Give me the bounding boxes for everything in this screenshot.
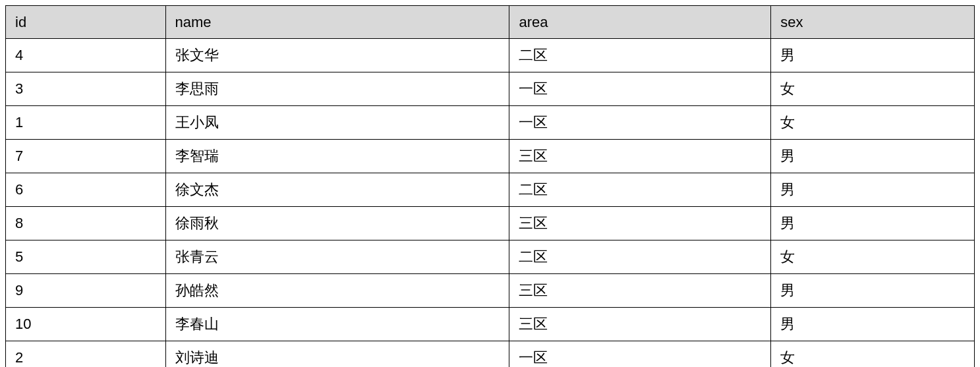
cell-name: 李思雨 bbox=[165, 72, 509, 106]
data-table: id name area sex 4 张文华 二区 男 3 李思雨 一区 女 1… bbox=[5, 5, 975, 367]
cell-sex: 女 bbox=[771, 240, 975, 274]
cell-sex: 男 bbox=[771, 39, 975, 72]
cell-sex: 男 bbox=[771, 308, 975, 341]
table-row: 1 王小凤 一区 女 bbox=[6, 106, 975, 140]
cell-area: 三区 bbox=[509, 207, 771, 240]
cell-name: 徐文杰 bbox=[165, 173, 509, 207]
cell-sex: 女 bbox=[771, 72, 975, 106]
cell-id: 3 bbox=[6, 72, 166, 106]
cell-name: 张文华 bbox=[165, 39, 509, 72]
table-row: 2 刘诗迪 一区 女 bbox=[6, 341, 975, 368]
cell-area: 三区 bbox=[509, 308, 771, 341]
table-row: 4 张文华 二区 男 bbox=[6, 39, 975, 72]
column-header-name: name bbox=[165, 6, 509, 39]
cell-area: 二区 bbox=[509, 173, 771, 207]
table-row: 3 李思雨 一区 女 bbox=[6, 72, 975, 106]
column-header-sex: sex bbox=[771, 6, 975, 39]
cell-sex: 男 bbox=[771, 140, 975, 173]
cell-area: 二区 bbox=[509, 39, 771, 72]
cell-id: 7 bbox=[6, 140, 166, 173]
cell-name: 李智瑞 bbox=[165, 140, 509, 173]
cell-name: 刘诗迪 bbox=[165, 341, 509, 368]
cell-id: 8 bbox=[6, 207, 166, 240]
cell-area: 一区 bbox=[509, 72, 771, 106]
cell-name: 徐雨秋 bbox=[165, 207, 509, 240]
cell-id: 2 bbox=[6, 341, 166, 368]
cell-sex: 男 bbox=[771, 173, 975, 207]
cell-sex: 男 bbox=[771, 274, 975, 308]
cell-id: 4 bbox=[6, 39, 166, 72]
cell-area: 三区 bbox=[509, 274, 771, 308]
cell-sex: 女 bbox=[771, 106, 975, 140]
cell-id: 6 bbox=[6, 173, 166, 207]
cell-area: 一区 bbox=[509, 341, 771, 368]
cell-sex: 女 bbox=[771, 341, 975, 368]
cell-area: 二区 bbox=[509, 240, 771, 274]
table-row: 10 李春山 三区 男 bbox=[6, 308, 975, 341]
column-header-area: area bbox=[509, 6, 771, 39]
cell-id: 1 bbox=[6, 106, 166, 140]
cell-area: 一区 bbox=[509, 106, 771, 140]
cell-id: 5 bbox=[6, 240, 166, 274]
cell-sex: 男 bbox=[771, 207, 975, 240]
cell-area: 三区 bbox=[509, 140, 771, 173]
table-row: 8 徐雨秋 三区 男 bbox=[6, 207, 975, 240]
cell-name: 王小凤 bbox=[165, 106, 509, 140]
cell-id: 10 bbox=[6, 308, 166, 341]
table-row: 6 徐文杰 二区 男 bbox=[6, 173, 975, 207]
cell-id: 9 bbox=[6, 274, 166, 308]
cell-name: 张青云 bbox=[165, 240, 509, 274]
column-header-id: id bbox=[6, 6, 166, 39]
table-row: 7 李智瑞 三区 男 bbox=[6, 140, 975, 173]
table-row: 9 孙皓然 三区 男 bbox=[6, 274, 975, 308]
cell-name: 孙皓然 bbox=[165, 274, 509, 308]
cell-name: 李春山 bbox=[165, 308, 509, 341]
table-header-row: id name area sex bbox=[6, 6, 975, 39]
table-row: 5 张青云 二区 女 bbox=[6, 240, 975, 274]
